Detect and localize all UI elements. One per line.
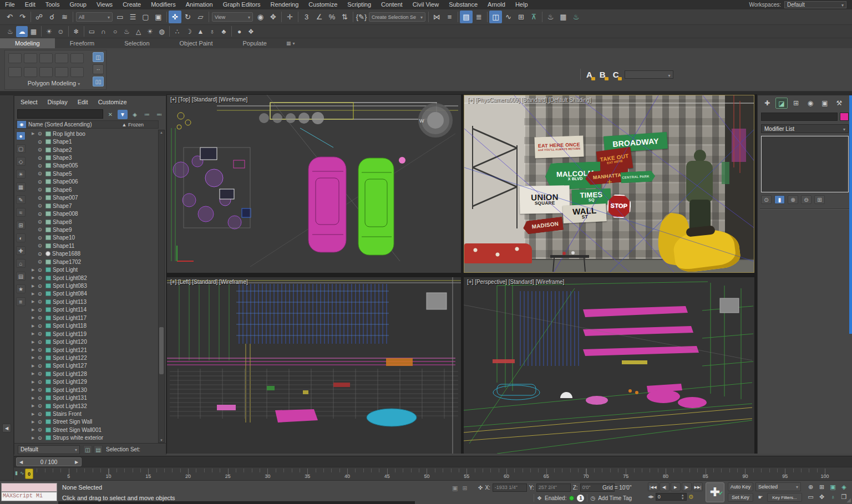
collapse-panel-button[interactable]: ◀	[2, 424, 11, 432]
set-key-button[interactable]: Set Key	[728, 493, 753, 502]
select-and-link-icon[interactable]: ☍	[33, 11, 45, 23]
pan-button[interactable]: ✥	[816, 492, 827, 502]
visibility-eye-icon[interactable]: ⊙	[38, 291, 44, 297]
explorer-row[interactable]: ▶⊙Spot Light129	[29, 378, 158, 386]
viewport-top-label[interactable]: [+] [Top] [Standard] [Wireframe]	[170, 96, 247, 103]
visibility-eye-icon[interactable]: ⊙	[38, 179, 44, 185]
expand-arrow-icon[interactable]: ▶	[32, 324, 36, 328]
menu-views[interactable]: Views	[92, 0, 118, 9]
display-helpers-icon[interactable]: ✎	[16, 195, 26, 204]
scroll-up-icon[interactable]: ▲	[159, 131, 164, 134]
ribbon-tab-selection[interactable]: Selection	[109, 38, 164, 48]
utilities-tab[interactable]: ⚒	[833, 98, 845, 109]
ribbon-tab-populate[interactable]: Populate	[227, 38, 281, 48]
explorer-row[interactable]: ▶⊙Spot Light083	[29, 282, 158, 289]
visibility-eye-icon[interactable]: ⊙	[38, 419, 44, 425]
show-end-result-button[interactable]: ▮	[774, 195, 785, 204]
ribbon-tab-freeform[interactable]: Freeform	[55, 38, 110, 48]
expand-arrow-icon[interactable]: ▶	[32, 371, 36, 376]
select-and-scale-icon[interactable]: ▱	[194, 11, 207, 23]
explorer-scrollbar[interactable]: ▲ ▼	[158, 130, 165, 443]
display-space-warps-icon[interactable]: ≈	[16, 208, 26, 217]
time-slider[interactable]: ◀ 0 / 100 ▶	[16, 457, 82, 466]
keyboard-shortcut-override-icon[interactable]: ✛	[283, 11, 296, 23]
previous-frame-icon[interactable]: ◀	[17, 460, 26, 465]
display-layers-icon[interactable]: ≡	[16, 297, 26, 306]
explorer-row[interactable]: ▶⊙Spot Light131	[29, 394, 158, 401]
visibility-eye-icon[interactable]: ⊙	[38, 195, 44, 201]
explorer-row[interactable]: ▶⊙Spot Light127	[29, 362, 158, 370]
menu-rendering[interactable]: Rendering	[266, 0, 304, 9]
workspaces-dropdown[interactable]: Default	[784, 1, 846, 8]
visibility-eye-icon[interactable]: ⊙	[38, 131, 44, 136]
anim-icon[interactable]: ❖	[537, 495, 542, 501]
visibility-eye-icon[interactable]: ⊙	[38, 139, 44, 145]
expand-arrow-icon[interactable]: ▶	[32, 388, 36, 392]
populate-people-icon[interactable]: ☺	[55, 26, 67, 37]
select-object-icon[interactable]: ▭	[114, 11, 126, 23]
object-color-swatch[interactable]	[840, 113, 849, 121]
pm-tool-1-button[interactable]	[24, 67, 37, 77]
auto-key-button[interactable]: Auto Key	[728, 482, 753, 491]
light-lister-icon[interactable]: ☀	[43, 26, 55, 37]
spinner-snap-toggle-icon[interactable]: ⇅	[338, 11, 351, 23]
viewport-camera[interactable]: EAT HERE ONCEand YOU'LL ALWAYS RETURNBRO…	[464, 95, 754, 273]
angle-snap-toggle-icon[interactable]: ∠	[313, 11, 326, 23]
explorer-row[interactable]: ▶⊙Rop light boo	[29, 130, 158, 138]
explorer-row[interactable]: ⊙Shape9	[29, 226, 158, 233]
edit-poly-mode-button[interactable]	[8, 53, 22, 63]
environment-effects-icon[interactable]: ❄	[70, 26, 82, 37]
sun-light-icon[interactable]: ☀	[144, 26, 156, 37]
pm-tool-3-button[interactable]	[55, 67, 68, 77]
visibility-eye-icon[interactable]: ⊙	[38, 427, 44, 432]
explorer-row[interactable]: ▶⊙Spot Light132	[29, 402, 158, 410]
explorer-menu-select[interactable]: Select	[16, 99, 43, 105]
visibility-eye-icon[interactable]: ⊙	[38, 211, 44, 217]
track-bar[interactable]: 0 51015202530354045505560657075808590951…	[14, 467, 852, 480]
ribbon-tab-modeling[interactable]: Modeling	[0, 38, 55, 48]
display-lights-icon[interactable]: ☀	[16, 170, 26, 179]
next-frame-button[interactable]: |▶	[682, 482, 692, 491]
mini-curve-icon[interactable]: ∿	[20, 470, 24, 476]
display-bones-icon[interactable]: ✚	[16, 246, 26, 255]
go-to-end-button[interactable]: ▶▶|	[693, 482, 703, 491]
explorer-column-header[interactable]: ◉ Name (Sorted Ascending) ▲ Frozen	[16, 120, 159, 129]
timeline-playhead[interactable]: 0	[25, 469, 33, 479]
display-geometry-icon[interactable]: ▢	[16, 144, 26, 153]
select-and-manipulate-icon[interactable]: ✥	[267, 11, 280, 23]
frame-nudge-icon[interactable]: ◀▶	[648, 495, 654, 499]
menu-civil-view[interactable]: Civil View	[408, 0, 444, 9]
explorer-menu-display[interactable]: Display	[43, 99, 73, 105]
display-xrefs-icon[interactable]: ◐	[16, 233, 26, 242]
vertex-mode-button[interactable]	[24, 53, 37, 63]
visibility-eye-icon[interactable]: ⊙	[38, 203, 44, 208]
toggle-scene-explorer-icon[interactable]: ▤	[460, 11, 473, 23]
transform-gizmo-icon[interactable]: ✜	[478, 485, 483, 491]
visibility-eye-icon[interactable]: ⊙	[38, 171, 44, 176]
explorer-row[interactable]: ⊙Shape7	[29, 202, 158, 210]
bind-to-space-warp-icon[interactable]: ≋	[58, 11, 71, 23]
explorer-row[interactable]: ▶⊙Spot Light130	[29, 386, 158, 394]
key-filters-button[interactable]: Key Filters...	[767, 493, 802, 502]
explorer-row[interactable]: ⊙Shape2	[29, 146, 158, 154]
schematic-view-icon[interactable]: ⊞	[515, 11, 528, 23]
sphere-material-icon[interactable]: ●	[234, 26, 245, 37]
visibility-eye-icon[interactable]: ⊙	[38, 323, 44, 329]
display-groups-icon[interactable]: ⊞	[16, 221, 26, 230]
expand-arrow-icon[interactable]: ▶	[32, 348, 36, 352]
menu-file[interactable]: File	[0, 0, 20, 9]
explorer-row[interactable]: ▶⊙Spot Light117	[29, 314, 158, 322]
cone-light-icon[interactable]: △	[133, 26, 144, 37]
motion-tab[interactable]: ◉	[804, 98, 816, 109]
photometric-light-icon[interactable]: ◍	[156, 26, 168, 37]
expand-arrow-icon[interactable]: ▶	[32, 315, 36, 320]
viewport-left[interactable]: [+] [Left] [Standard] [Wireframe]	[167, 277, 461, 454]
explorer-row[interactable]: ▶⊙Spot Light118	[29, 322, 158, 330]
polygon-modeling-label[interactable]: Polygon Modeling	[15, 80, 93, 86]
explorer-row[interactable]: ⊙Shape8	[29, 218, 158, 226]
play-button[interactable]: ▶	[671, 482, 681, 491]
pm-tool-4-button[interactable]	[70, 67, 84, 77]
moon-sky-icon[interactable]: ☽	[183, 26, 195, 37]
visibility-eye-icon[interactable]: ⊙	[38, 163, 44, 169]
terrain-icon[interactable]: ▲	[195, 26, 206, 37]
